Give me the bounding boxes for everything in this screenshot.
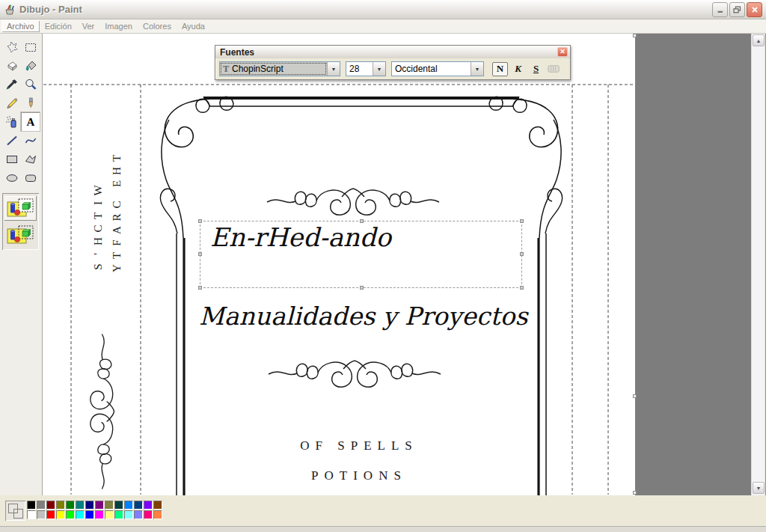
- foreground-color-swatch[interactable]: [8, 504, 18, 513]
- text-tool-options-panel: [2, 193, 39, 250]
- color-swatch[interactable]: [124, 501, 133, 510]
- color-swatch[interactable]: [56, 510, 65, 519]
- script-combo[interactable]: Occidental ▼: [391, 61, 484, 76]
- menu-item-ayuda[interactable]: Ayuda: [177, 20, 210, 32]
- color-swatch[interactable]: [76, 501, 85, 510]
- font-size-combo[interactable]: 28 ▼: [346, 61, 386, 76]
- option-opaque-background-button[interactable]: [4, 196, 37, 221]
- script-value[interactable]: Occidental: [392, 62, 471, 76]
- tool-brush-button[interactable]: [21, 94, 40, 112]
- minimize-button[interactable]: [712, 2, 728, 17]
- color-swatch[interactable]: [144, 501, 153, 510]
- font-family-text: ChopinScript: [232, 64, 284, 74]
- color-swatch[interactable]: [95, 501, 104, 510]
- font-family-value[interactable]: T ChopinScript: [220, 62, 327, 76]
- color-swatch[interactable]: [46, 501, 55, 510]
- font-family-combo[interactable]: T ChopinScript ▼: [219, 61, 340, 76]
- selection-handle[interactable]: [360, 286, 364, 290]
- color-bar: [0, 495, 766, 526]
- color-swatch[interactable]: [37, 510, 46, 519]
- color-swatch[interactable]: [27, 510, 36, 519]
- selection-handle[interactable]: [198, 252, 202, 256]
- format-buttons: N K S: [492, 62, 562, 76]
- color-swatch[interactable]: [66, 501, 75, 510]
- menu-item-ver[interactable]: Ver: [77, 20, 100, 32]
- color-swatch[interactable]: [46, 510, 55, 519]
- tool-curve-button[interactable]: [21, 131, 40, 150]
- script-dropdown-button[interactable]: ▼: [471, 62, 483, 76]
- menu-item-colores[interactable]: Colores: [138, 20, 177, 32]
- ellipse-icon: [4, 171, 19, 186]
- tool-line-button[interactable]: [2, 131, 21, 150]
- color-swatch[interactable]: [124, 510, 133, 519]
- color-swatch[interactable]: [114, 501, 123, 510]
- menu-item-edicion[interactable]: Edición: [40, 20, 77, 32]
- color-swatch[interactable]: [37, 501, 46, 510]
- color-swatch[interactable]: [134, 510, 143, 519]
- tool-airbrush-button[interactable]: [2, 112, 21, 131]
- magnifier-icon: [23, 77, 38, 92]
- color-swatch[interactable]: [85, 501, 94, 510]
- center-flourish-top: [267, 189, 439, 215]
- color-swatch[interactable]: [95, 510, 104, 519]
- tool-text-button[interactable]: A: [21, 112, 40, 131]
- font-size-dropdown-button[interactable]: ▼: [373, 62, 385, 76]
- font-family-dropdown-button[interactable]: ▼: [327, 62, 340, 76]
- color-swatch[interactable]: [105, 501, 114, 510]
- menu-item-imagen[interactable]: Imagen: [99, 20, 138, 32]
- fonts-toolbar-titlebar[interactable]: Fuentes ✕: [215, 46, 570, 58]
- paint-window: Dibujo - Paint Archivo Edición Ver Image…: [0, 0, 766, 532]
- tool-polygon-button[interactable]: [21, 150, 40, 168]
- tool-pick-color-button[interactable]: [2, 75, 21, 94]
- palette-row-2: [27, 510, 162, 519]
- option-transparent-background-button[interactable]: [4, 223, 37, 248]
- corner-flourish-right: [489, 97, 563, 238]
- selection-handle[interactable]: [520, 286, 524, 290]
- canvas-resize-handle[interactable]: [633, 491, 637, 495]
- tool-eraser-button[interactable]: [2, 56, 21, 75]
- color-swatch[interactable]: [114, 510, 123, 519]
- scroll-up-button[interactable]: ▲: [753, 34, 765, 46]
- color-swatch[interactable]: [66, 510, 75, 519]
- selection-handle[interactable]: [520, 219, 524, 223]
- scroll-down-button[interactable]: ▼: [753, 482, 765, 494]
- canvas-resize-handle[interactable]: [633, 394, 637, 398]
- curve-icon: [23, 133, 38, 148]
- restore-button[interactable]: [729, 2, 745, 17]
- tool-free-form-select-button[interactable]: [2, 37, 21, 56]
- tool-ellipse-button[interactable]: [2, 168, 21, 187]
- subtitle-script-text: Manualidades y Proyectos: [199, 302, 498, 331]
- dropdown-arrow-icon: ▼: [475, 67, 480, 72]
- bold-button[interactable]: N: [492, 62, 508, 76]
- selection-handle[interactable]: [198, 219, 202, 223]
- corner-flourish-left: [160, 97, 233, 238]
- close-button[interactable]: [747, 2, 762, 17]
- selection-handle[interactable]: [520, 252, 524, 256]
- tool-magnifier-button[interactable]: [21, 75, 40, 94]
- tool-fill-with-color-button[interactable]: [21, 56, 40, 75]
- tool-rounded-rectangle-button[interactable]: [21, 168, 40, 187]
- menu-item-archivo[interactable]: Archivo: [1, 20, 40, 32]
- color-swatch[interactable]: [56, 501, 65, 510]
- color-swatch[interactable]: [27, 501, 36, 510]
- vertical-text-button: [546, 62, 562, 76]
- color-swatch[interactable]: [144, 510, 153, 519]
- tool-select-button[interactable]: [21, 37, 40, 56]
- tool-rectangle-button[interactable]: [2, 150, 21, 168]
- title-script-text[interactable]: En-rHed-ando: [210, 222, 391, 252]
- color-swatch[interactable]: [105, 510, 114, 519]
- canvas-resize-handle[interactable]: [633, 34, 637, 37]
- truetype-icon: T: [223, 64, 229, 75]
- color-swatch[interactable]: [85, 510, 94, 519]
- tool-pencil-button[interactable]: [2, 94, 21, 112]
- vertical-scrollbar[interactable]: ▲ ▼: [751, 34, 765, 495]
- color-swatch[interactable]: [76, 510, 85, 519]
- italic-button[interactable]: K: [510, 62, 526, 76]
- color-swatch[interactable]: [153, 510, 162, 519]
- selection-handle[interactable]: [198, 286, 202, 290]
- font-size-value[interactable]: 28: [346, 62, 373, 76]
- fonts-close-button[interactable]: ✕: [557, 47, 568, 57]
- color-swatch[interactable]: [134, 501, 143, 510]
- color-swatch[interactable]: [153, 501, 162, 510]
- underline-button[interactable]: S: [528, 62, 544, 76]
